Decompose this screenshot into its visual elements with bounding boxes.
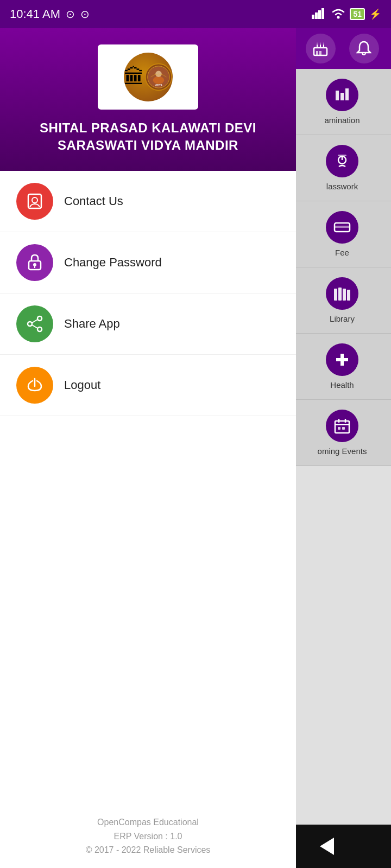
drawer-footer: OpenCompas Educational ERP Version : 1.0… <box>0 805 296 868</box>
dot2-icon: ⊙ <box>80 8 90 21</box>
svg-rect-16 <box>338 155 346 156</box>
power-icon <box>16 367 53 404</box>
right-classwork-item[interactable]: lasswork <box>293 135 391 201</box>
signal-icon <box>312 7 327 22</box>
svg-point-39 <box>37 316 42 321</box>
examination-label: amination <box>324 116 360 125</box>
svg-rect-7 <box>319 51 321 55</box>
svg-rect-12 <box>340 93 344 100</box>
status-bar-left: 10:41 AM ⊙ ⊙ <box>10 7 90 21</box>
school-name: SHITAL PRASAD KALAWATI DEVI SARASWATI VI… <box>40 119 256 155</box>
school-logo: VIDYA <box>124 53 173 101</box>
contact-icon <box>16 183 53 220</box>
classwork-icon <box>326 145 358 177</box>
logout-item[interactable]: Logout <box>0 355 296 416</box>
share-app-label: Share App <box>64 317 120 331</box>
svg-rect-1 <box>315 12 318 19</box>
dot-icon: ⊙ <box>66 8 75 21</box>
svg-rect-22 <box>347 290 350 301</box>
fee-label: Fee <box>335 248 349 257</box>
drawer-menu: Contact Us Change Password <box>0 171 296 805</box>
library-icon <box>326 277 358 310</box>
classwork-label: lasswork <box>326 182 358 191</box>
health-label: Health <box>330 380 354 390</box>
time-display: 10:41 AM <box>10 7 60 21</box>
svg-rect-18 <box>335 226 350 228</box>
examination-icon <box>326 79 358 111</box>
battery-display: 51 <box>350 8 365 20</box>
right-library-item[interactable]: Library <box>293 267 391 334</box>
svg-point-4 <box>337 16 340 18</box>
svg-rect-6 <box>316 51 318 55</box>
svg-line-43 <box>32 325 37 328</box>
back-arrow-icon <box>320 838 334 855</box>
right-events-item[interactable]: oming Events <box>293 400 391 466</box>
svg-rect-21 <box>343 289 346 301</box>
footer-line2: ERP Version : 1.0 <box>11 829 285 844</box>
svg-point-37 <box>33 263 36 266</box>
svg-text:VIDYA: VIDYA <box>155 84 162 87</box>
logo-box: VIDYA <box>98 44 198 110</box>
change-password-item[interactable]: Change Password <box>0 232 296 293</box>
back-button[interactable] <box>320 838 334 855</box>
svg-rect-2 <box>318 10 321 19</box>
right-fee-item[interactable]: Fee <box>293 201 391 267</box>
svg-point-40 <box>28 322 32 326</box>
right-panel: amination lasswork Fee <box>293 28 391 868</box>
share-icon <box>16 305 53 342</box>
svg-rect-28 <box>342 427 345 430</box>
change-password-label: Change Password <box>64 256 162 270</box>
health-icon <box>326 343 358 376</box>
svg-line-42 <box>32 320 37 323</box>
status-bar-right: 51 ⚡ <box>312 7 381 22</box>
svg-point-35 <box>32 197 37 203</box>
status-bar: 10:41 AM ⊙ ⊙ 51 ⚡ <box>0 0 391 28</box>
svg-rect-27 <box>338 427 340 430</box>
notification-icon-btn[interactable] <box>349 34 379 63</box>
contact-us-label: Contact Us <box>64 194 123 208</box>
footer-line3: © 2017 - 2022 Reliable Services <box>11 843 285 857</box>
wifi-icon <box>331 7 345 22</box>
lock-icon <box>16 244 53 281</box>
svg-point-31 <box>153 76 164 84</box>
svg-rect-11 <box>336 91 339 100</box>
contact-us-item[interactable]: Contact Us <box>0 171 296 232</box>
app-container: amination lasswork Fee <box>0 28 391 868</box>
footer-line1: OpenCompas Educational <box>11 815 285 829</box>
share-app-item[interactable]: Share App <box>0 293 296 355</box>
drawer-header: VIDYA SHITAL PRASAD KALAWATI DEVI SARASW… <box>0 28 296 171</box>
svg-rect-13 <box>345 88 349 100</box>
svg-point-41 <box>37 327 42 331</box>
library-label: Library <box>330 314 355 323</box>
left-drawer: VIDYA SHITAL PRASAD KALAWATI DEVI SARASW… <box>0 28 296 868</box>
events-label: oming Events <box>318 446 367 456</box>
events-icon <box>326 410 358 442</box>
right-health-item[interactable]: Health <box>293 334 391 400</box>
svg-rect-23 <box>335 421 349 433</box>
right-top-bar <box>293 28 391 69</box>
right-examination-item[interactable]: amination <box>293 69 391 135</box>
svg-rect-0 <box>312 15 314 19</box>
logout-label: Logout <box>64 378 100 392</box>
svg-rect-3 <box>321 8 324 19</box>
svg-rect-20 <box>338 288 342 301</box>
charging-icon: ⚡ <box>369 8 381 20</box>
svg-rect-19 <box>334 289 337 301</box>
birthday-icon-btn[interactable] <box>306 34 336 63</box>
fee-icon <box>326 211 358 244</box>
